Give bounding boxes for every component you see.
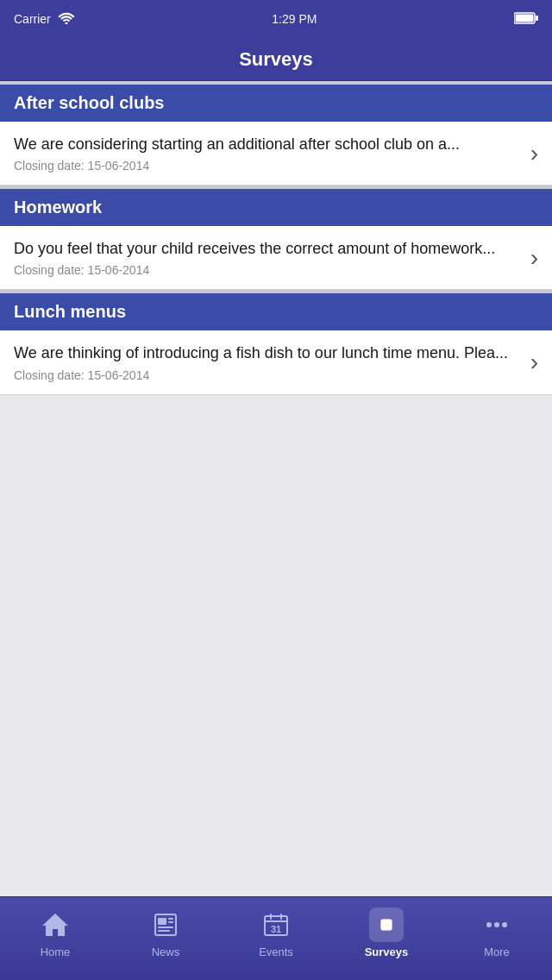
svg-rect-14 [280, 914, 282, 920]
battery-icon [514, 12, 538, 27]
tab-more-label: More [484, 945, 510, 958]
svg-rect-12 [265, 920, 287, 922]
svg-rect-10 [168, 921, 173, 923]
survey-date-homework: Closing date: 15-06-2014 [14, 263, 522, 277]
svg-rect-13 [270, 914, 272, 920]
surveys-icon [369, 908, 404, 942]
svg-rect-16 [381, 920, 392, 930]
svg-text:31: 31 [271, 924, 281, 934]
section-header-after-school-clubs: After school clubs [0, 85, 552, 122]
survey-date-after-school-clubs: Closing date: 15-06-2014 [14, 159, 522, 173]
svg-point-18 [494, 922, 499, 927]
tab-events[interactable]: 31 Events [221, 904, 331, 958]
tab-more[interactable]: More [442, 904, 552, 958]
tab-events-label: Events [259, 945, 293, 958]
svg-point-19 [502, 922, 507, 927]
page-header: Surveys [0, 38, 552, 81]
tab-news[interactable]: News [110, 904, 221, 958]
section-title-after-school-clubs: After school clubs [14, 93, 164, 112]
tab-surveys-label: Surveys [365, 945, 409, 958]
tab-home-label: Home [41, 945, 71, 958]
section-title-homework: Homework [14, 198, 102, 217]
survey-item-after-school-clubs[interactable]: We are considering starting an additiona… [0, 122, 552, 185]
svg-marker-4 [42, 914, 68, 936]
survey-title-after-school-clubs: We are considering starting an additiona… [14, 134, 522, 155]
survey-item-homework[interactable]: Do you feel that your child receives the… [0, 226, 552, 290]
status-bar: Carrier 1:29 PM [0, 0, 552, 38]
carrier-label: Carrier [14, 12, 51, 26]
section-header-homework: Homework [0, 189, 552, 226]
survey-text-block: We are considering starting an additiona… [14, 134, 522, 173]
survey-text-block-lunch-menus: We are thinking of introducing a fish di… [14, 342, 522, 381]
chevron-icon-after-school-clubs: › [530, 140, 538, 167]
survey-text-block-homework: Do you feel that your child receives the… [14, 238, 522, 277]
time-label: 1:29 PM [272, 12, 317, 26]
svg-rect-3 [515, 14, 533, 22]
svg-point-17 [486, 922, 492, 927]
svg-rect-2 [536, 16, 538, 21]
home-icon [38, 908, 72, 942]
svg-point-0 [65, 22, 67, 24]
section-title-lunch-menus: Lunch menus [14, 302, 126, 321]
survey-title-lunch-menus: We are thinking of introducing a fish di… [14, 342, 522, 364]
wifi-icon [58, 12, 75, 27]
survey-date-lunch-menus: Closing date: 15-06-2014 [14, 368, 522, 382]
events-icon: 31 [259, 908, 293, 942]
tab-bar: Home News 31 Events [0, 896, 552, 980]
page-title: Surveys [239, 48, 313, 71]
svg-rect-7 [158, 927, 173, 928]
section-header-lunch-menus: Lunch menus [0, 293, 552, 330]
news-icon [148, 908, 183, 942]
survey-title-homework: Do you feel that your child receives the… [14, 238, 522, 260]
survey-item-lunch-menus[interactable]: We are thinking of introducing a fish di… [0, 330, 552, 394]
more-icon [480, 908, 514, 942]
tab-home[interactable]: Home [0, 904, 110, 958]
svg-rect-6 [158, 918, 166, 925]
svg-rect-9 [168, 918, 173, 920]
svg-rect-8 [158, 930, 170, 932]
tab-surveys[interactable]: Surveys [331, 904, 442, 958]
tab-news-label: News [152, 945, 180, 958]
chevron-icon-homework: › [530, 244, 538, 272]
chevron-icon-lunch-menus: › [530, 349, 538, 376]
